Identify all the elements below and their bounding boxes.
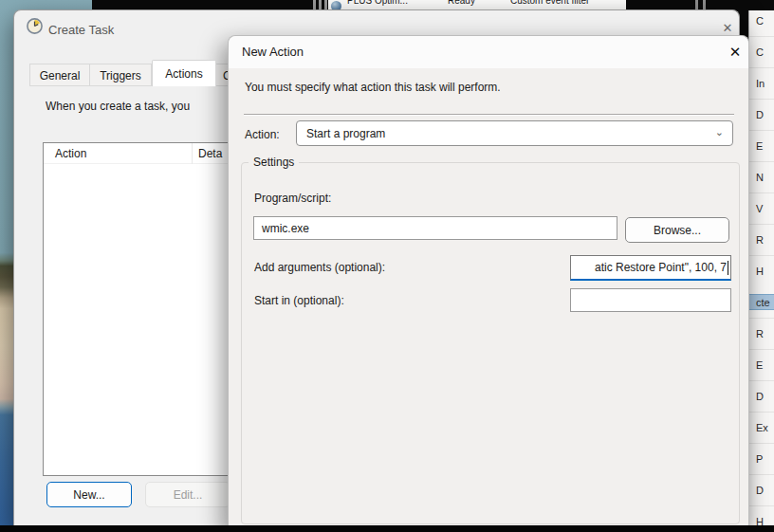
edit-button[interactable]: Edit... xyxy=(145,482,230,507)
column-header-details[interactable]: Deta xyxy=(198,147,222,160)
actions-pane-list: CCInDENVRHcteREDExPDH xyxy=(749,10,774,525)
chevron-down-icon: ⌄ xyxy=(715,126,724,138)
task-status: Ready xyxy=(448,0,475,6)
new-button[interactable]: New... xyxy=(46,482,132,507)
dialog-title: New Action xyxy=(242,45,304,59)
actions-pane-item[interactable]: N xyxy=(749,161,774,193)
actions-pane-item[interactable]: D xyxy=(749,380,774,412)
startin-input[interactable] xyxy=(570,288,731,312)
action-label: Action: xyxy=(245,128,280,141)
tab-general[interactable]: General xyxy=(29,64,90,86)
close-icon[interactable]: ✕ xyxy=(724,42,746,63)
task-name: PLUS Optim... xyxy=(347,0,408,6)
arguments-input-value: atic Restore Point", 100, 7 xyxy=(595,261,727,274)
actions-pane-item[interactable]: V xyxy=(749,193,774,224)
dialog-titlebar: New Action ✕ xyxy=(229,36,748,68)
browse-button[interactable]: Browse... xyxy=(625,217,729,243)
intro-text: When you create a task, you xyxy=(46,100,231,113)
actions-pane-item[interactable]: P xyxy=(749,443,774,474)
settings-group-label: Settings xyxy=(249,156,299,169)
column-divider[interactable] xyxy=(192,143,193,164)
actions-pane-item[interactable]: D xyxy=(749,99,774,130)
program-input-value: wmic.exe xyxy=(262,222,309,235)
new-action-dialog: New Action ✕ You must specify what actio… xyxy=(228,35,749,530)
actions-pane-item[interactable]: C xyxy=(749,10,774,36)
program-label: Program/script: xyxy=(254,192,331,205)
dialog-title: Create Task xyxy=(48,23,114,37)
actions-pane-item[interactable]: In xyxy=(749,67,774,99)
screen: PLUS Optim... Ready Custom event filter … xyxy=(0,0,774,532)
actions-pane-item[interactable]: C xyxy=(749,36,774,67)
actions-pane-item[interactable]: E xyxy=(749,130,774,161)
actions-pane-item[interactable]: H xyxy=(749,505,774,525)
task-trigger: Custom event filter xyxy=(510,0,589,6)
program-input[interactable]: wmic.exe xyxy=(253,216,617,240)
actions-pane-item[interactable]: R xyxy=(749,224,774,255)
actions-pane-item[interactable]: E xyxy=(749,349,774,380)
actions-pane-item[interactable]: R xyxy=(749,318,774,349)
arguments-input[interactable]: atic Restore Point", 100, 7 xyxy=(570,255,731,281)
column-header-action[interactable]: Action xyxy=(55,147,86,160)
arguments-label: Add arguments (optional): xyxy=(254,261,385,274)
instruction-text: You must specify what action this task w… xyxy=(245,81,501,94)
actions-pane-item[interactable]: H xyxy=(749,255,774,286)
clock-icon xyxy=(27,18,43,34)
divider xyxy=(244,114,734,115)
actions-pane-item[interactable]: cte xyxy=(749,294,774,310)
actions-pane-item[interactable]: Ex xyxy=(749,412,774,443)
actions-pane: CCInDENVRHcteREDExPDH xyxy=(748,10,774,525)
close-icon[interactable]: ✕ xyxy=(716,18,739,37)
startin-label: Start in (optional): xyxy=(254,294,344,307)
tab-actions[interactable]: Actions xyxy=(152,60,216,86)
tab-triggers[interactable]: Triggers xyxy=(89,64,152,86)
action-dropdown-value: Start a program xyxy=(306,127,385,140)
bottom-edge xyxy=(0,525,774,532)
actions-pane-item[interactable]: D xyxy=(749,474,774,505)
action-dropdown[interactable]: Start a program ⌄ xyxy=(296,120,733,146)
